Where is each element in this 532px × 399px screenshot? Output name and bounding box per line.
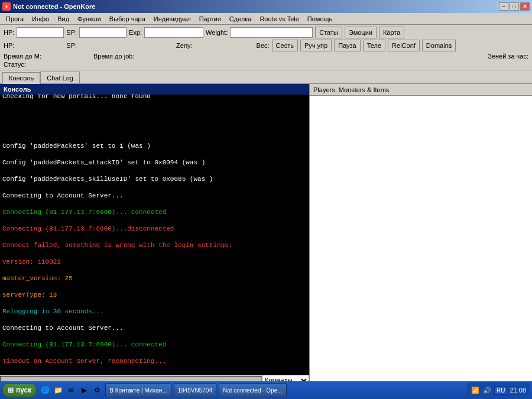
form-row-4: Статус: (4, 61, 528, 68)
mail-icon[interactable]: ✉ (65, 384, 77, 396)
close-button[interactable]: ✕ (520, 2, 530, 11)
menu-item-sdelka[interactable]: Сделка (226, 14, 255, 24)
exp-label: Exp: (129, 29, 142, 36)
right-panel-content (310, 96, 532, 384)
form-row-3: Время до М: Время до job: Зеней за час: (4, 53, 528, 60)
prog-icon[interactable]: ⚙ (91, 384, 103, 396)
menu-item-funkshi[interactable]: Функши (74, 14, 105, 24)
tab-chatlog[interactable]: Chat Log (40, 72, 80, 83)
left-panel: Консоль Loading tables/skillssp.txt...Lo… (0, 84, 310, 384)
console-line: Config 'paddedPackets_attackID' set to 0… (2, 158, 307, 167)
time-job-label: Время до job: (93, 53, 134, 60)
zeny-hour-label: Зеней за час: (488, 53, 528, 60)
language-button[interactable]: RU (494, 386, 507, 395)
title-bar-left: ♦ Not connected - OpenKore (2, 2, 95, 11)
map-button[interactable]: Карта (379, 27, 404, 38)
menu-item-info[interactable]: Инфо (28, 14, 53, 24)
exp-input[interactable] (144, 27, 203, 38)
app-icon: ♦ (2, 2, 11, 11)
zeny-label: Zeny: (176, 42, 193, 49)
minimize-button[interactable]: – (499, 2, 508, 11)
menu-item-individual[interactable]: Индивидуал (150, 14, 194, 24)
manual-button[interactable]: Руч упр (300, 40, 332, 51)
tele-button[interactable]: Теле (363, 40, 385, 51)
console-line: Connecting (81.177.13.7:6900)... connect… (2, 208, 307, 216)
console-line: Config 'paddedPackets_skillUseID' set to… (2, 175, 307, 183)
sp2-label: SP: (66, 42, 77, 49)
taskbar-quick-launch: 🌐 📁 ✉ ▶ ⚙ (39, 384, 103, 396)
form-row-2: HP: SP: Zeny: Вес: Сесть Руч упр Пауза Т… (4, 40, 528, 51)
weight-input[interactable] (230, 27, 313, 38)
sit-button[interactable]: Сесть (272, 40, 298, 51)
hp2-label: HP: (4, 42, 14, 49)
menu-item-route[interactable]: Route vs Tele (256, 14, 302, 24)
tab-console[interactable]: Консоль (2, 72, 40, 84)
pause-button[interactable]: Пауза (334, 40, 361, 51)
console-line: Timeout on Account Server, reconnecting.… (2, 357, 307, 365)
ves-label: Вес: (257, 42, 270, 49)
maximize-button[interactable]: □ (510, 2, 519, 11)
relconf-button[interactable]: RelConf (388, 40, 420, 51)
media-icon[interactable]: ▶ (78, 384, 90, 396)
console-area[interactable]: Loading tables/skillssp.txt...Loading ta… (0, 95, 309, 375)
console-line: serverType: 13 (2, 291, 307, 299)
time-m-label: Время до М: (4, 53, 41, 60)
menu-item-partiya[interactable]: Партия (196, 14, 225, 24)
console-line: Relogging in 30 seconds... (2, 307, 307, 316)
console-line: version: 110022 (2, 258, 307, 266)
domains-button[interactable]: Domains (422, 40, 456, 51)
console-line (2, 125, 307, 134)
system-time: 21:08 (510, 387, 526, 394)
folder-icon[interactable]: 📁 (52, 384, 64, 396)
weight-label: Weight: (206, 29, 228, 36)
console-title: Консоль (0, 84, 309, 95)
console-line: Connecting to Account Server... (2, 324, 307, 332)
right-panel-title: Players, Monsters & Items (310, 84, 532, 96)
start-button[interactable]: ⊞ пуск (2, 383, 37, 397)
console-line: master_version: 25 (2, 274, 307, 283)
title-bar: ♦ Not connected - OpenKore – □ ✕ (0, 0, 532, 13)
console-line: Connecting (81.177.13.7:6900)... connect… (2, 340, 307, 349)
taskbar-window-vk[interactable]: В Контакте | Михан... (105, 383, 171, 397)
hp-label: HP: (4, 29, 14, 36)
menu-item-vibor[interactable]: Выбор чара (106, 14, 149, 24)
sp-label: SP: (66, 29, 77, 36)
title-bar-buttons: – □ ✕ (499, 2, 530, 11)
console-line: Connect failed, something is wrong with … (2, 241, 307, 249)
status-label: Статус: (4, 61, 26, 68)
right-panel: Players, Monsters & Items (310, 84, 532, 384)
console-line: Checking for new portals... none found (2, 95, 307, 100)
taskbar-tray: 📶 🔊 RU 21:08 (467, 382, 530, 398)
hp-input[interactable] (17, 27, 64, 38)
window-title: Not connected - OpenKore (13, 3, 95, 10)
taskbar-window-openkore[interactable]: Not connected - Ope... (219, 383, 287, 397)
emots-button[interactable]: Эмоции (345, 27, 377, 38)
tabs-row: Консоль Chat Log (0, 70, 532, 83)
console-line: Connecting (81.177.13.7:6900)...disconne… (2, 225, 307, 233)
menu-item-pomosh[interactable]: Помощь (304, 14, 336, 24)
sp-input[interactable] (79, 27, 126, 38)
form-row-1: HP: SP: Exp: Weight: Статы Эмоции Карта (4, 27, 528, 38)
menu-item-proga[interactable]: Прога (2, 14, 27, 24)
menu-item-vid[interactable]: Вид (54, 14, 73, 24)
menu-bar: Прога Инфо Вид Функши Выбор чара Индивид… (0, 13, 532, 25)
console-line: Connecting to Account Server... (2, 192, 307, 200)
taskbar: ⊞ пуск 🌐 📁 ✉ ▶ ⚙ В Контакте | Михан... 1… (0, 381, 532, 399)
taskbar-window-1945[interactable]: 1945VN5704 (174, 383, 216, 397)
main-content: Консоль Loading tables/skillssp.txt...Lo… (0, 83, 532, 384)
top-form: HP: SP: Exp: Weight: Статы Эмоции Карта … (0, 25, 532, 70)
tray-speaker: 🔊 (482, 385, 492, 395)
tray-network: 📶 (471, 385, 480, 395)
console-line: Config 'paddedPackets' set to 1 (was ) (2, 142, 307, 150)
ie-icon[interactable]: 🌐 (39, 384, 51, 396)
stats-button[interactable]: Статы (315, 27, 342, 38)
console-line (2, 109, 307, 117)
